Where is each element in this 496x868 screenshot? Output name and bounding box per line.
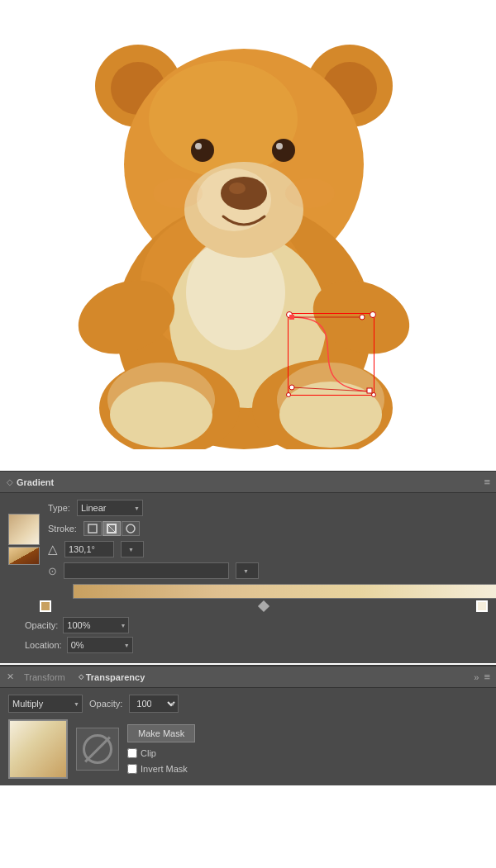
invert-mask-label: Invert Mask (141, 764, 188, 774)
blendmode-select[interactable]: Multiply Normal Screen Overlay (8, 695, 83, 713)
transparency-mask-row: Make Mask Clip Invert Mask (8, 719, 488, 779)
bear-illustration-area (0, 0, 496, 471)
gradient-bar[interactable] (73, 584, 496, 599)
gradient-panel-menu-icon[interactable]: ≡ (484, 476, 489, 488)
svg-point-37 (126, 524, 135, 533)
trans-header-right: » ≡ (474, 671, 489, 683)
angle-select[interactable] (121, 541, 144, 557)
transparency-panel-body: Multiply Normal Screen Overlay Opacity: … (0, 688, 496, 785)
double-arrow-icon: » (474, 672, 479, 682)
svg-point-24 (272, 139, 295, 162)
transparency-tab-label: Transparency (86, 672, 145, 682)
svg-point-22 (191, 139, 214, 162)
gradient-type-row: Type: Linear Radial Stroke: (8, 500, 488, 579)
opacity-trans-select[interactable]: 100% (129, 695, 179, 713)
transparency-panel-header: ✕ Transform ◇ Transparency » ≡ (0, 666, 496, 688)
svg-point-27 (285, 178, 335, 208)
aspect-icon: ⊙ (48, 565, 57, 577)
opacity-row: Opacity: 100% (25, 617, 488, 633)
invert-mask-checkbox[interactable] (127, 764, 137, 774)
clip-row: Clip (127, 748, 195, 758)
gradient-panel-arrow: ◇ (7, 477, 13, 486)
transparency-header-left: ✕ Transform ◇ Transparency (7, 671, 148, 683)
gradient-center-handle[interactable] (258, 600, 269, 612)
type-label: Type: (48, 503, 70, 513)
stroke-buttons (83, 521, 140, 536)
type-select[interactable]: Linear Radial (77, 500, 143, 516)
gradient-stop-right[interactable] (476, 600, 488, 612)
svg-point-20 (221, 177, 267, 210)
gradient-stops-row (40, 600, 488, 612)
gradient-panel-title-area: ◇ Gradient (7, 477, 54, 487)
no-mask-icon (83, 734, 112, 764)
svg-point-23 (195, 143, 202, 149)
opacity-label: Opacity: (25, 620, 58, 630)
aspect-slider[interactable] (64, 562, 229, 579)
close-button[interactable]: ✕ (7, 671, 14, 682)
gradient-panel-body: Type: Linear Radial Stroke: (0, 493, 496, 663)
location-select[interactable]: 0% (67, 637, 133, 653)
location-dropdown-wrapper[interactable]: 0% (67, 637, 133, 653)
bear-svg (70, 20, 426, 449)
blendmode-wrapper[interactable]: Multiply Normal Screen Overlay (8, 695, 83, 713)
gradient-bar-row: 🗑 (8, 584, 488, 599)
gradient-panel-header: ◇ Gradient ≡ (0, 472, 496, 493)
type-dropdown-wrapper[interactable]: Linear Radial (77, 500, 143, 516)
svg-point-21 (229, 183, 246, 194)
clip-label: Clip (141, 748, 156, 758)
svg-line-36 (107, 524, 116, 533)
gradient-stop-left[interactable] (40, 600, 51, 612)
mask-buttons: Make Mask Clip Invert Mask (127, 724, 195, 774)
gradient-preview-secondary (8, 547, 40, 565)
angle-dropdown[interactable] (121, 541, 137, 557)
opacity-trans-wrapper[interactable]: 100% (129, 695, 179, 713)
svg-point-25 (276, 143, 283, 149)
svg-point-17 (279, 382, 382, 448)
mask-thumbnail (8, 719, 68, 779)
svg-point-26 (153, 178, 203, 208)
opacity-dropdown-wrapper[interactable]: 100% (63, 617, 129, 633)
angle-icon: △ (48, 542, 58, 557)
gradient-panel-title: Gradient (17, 477, 54, 487)
clip-checkbox[interactable] (127, 748, 137, 758)
opacity-select[interactable]: 100% (63, 617, 129, 633)
opacity-trans-label: Opacity: (89, 699, 122, 709)
angle-input[interactable] (64, 541, 114, 557)
transform-tab[interactable]: Transform (21, 671, 69, 683)
svg-rect-34 (88, 524, 97, 533)
gradient-panel: ◇ Gradient ≡ Type: Linear Radial (0, 471, 496, 663)
transparency-panel: ✕ Transform ◇ Transparency » ≡ Multiply … (0, 665, 496, 785)
svg-point-5 (149, 61, 298, 177)
location-label: Location: (25, 640, 62, 650)
transparency-tab[interactable]: ◇ Transparency (75, 671, 149, 683)
gradient-preview[interactable] (8, 514, 40, 545)
stroke-btn-2[interactable] (103, 521, 121, 536)
stroke-label: Stroke: (48, 524, 77, 534)
bear-svg-container (70, 20, 426, 452)
stroke-btn-3[interactable] (122, 521, 140, 536)
aspect-dropdown[interactable] (236, 562, 252, 579)
tab-diamond-icon: ◇ (79, 673, 83, 681)
invert-mask-row: Invert Mask (127, 764, 195, 774)
location-row: Location: 0% (25, 637, 488, 653)
transparency-panel-menu-icon[interactable]: ≡ (484, 671, 489, 683)
make-mask-button[interactable]: Make Mask (127, 724, 195, 742)
transparency-controls-row: Multiply Normal Screen Overlay Opacity: … (8, 695, 488, 713)
stroke-btn-1[interactable] (83, 521, 102, 536)
svg-point-14 (110, 382, 212, 448)
aspect-select[interactable] (236, 562, 259, 579)
mask-icon-box (76, 728, 119, 771)
